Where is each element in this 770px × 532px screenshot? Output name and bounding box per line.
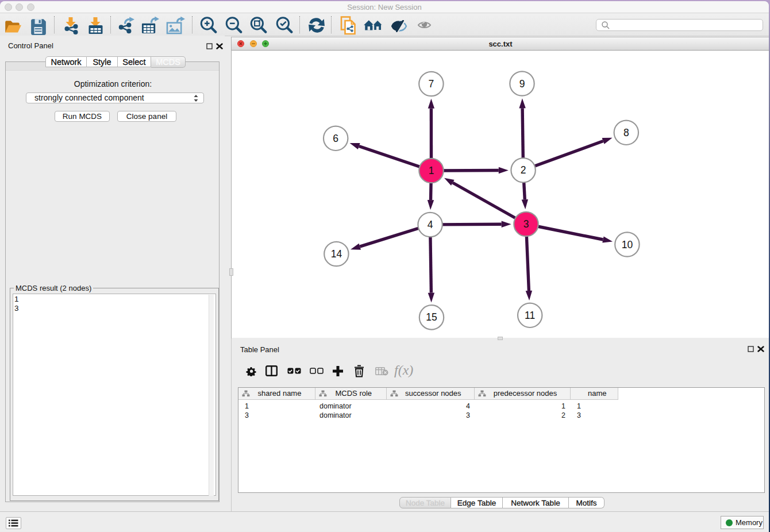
svg-text:7: 7 [429, 78, 434, 90]
svg-text:14: 14 [331, 248, 342, 260]
svg-text:4: 4 [428, 219, 433, 230]
svg-text:9: 9 [519, 78, 525, 90]
svg-text:6: 6 [333, 133, 338, 144]
svg-text:11: 11 [525, 310, 535, 321]
svg-text:1: 1 [429, 165, 434, 176]
svg-text:10: 10 [622, 239, 633, 250]
svg-text:3: 3 [523, 218, 529, 230]
svg-text:2: 2 [521, 164, 526, 176]
svg-text:8: 8 [623, 127, 629, 138]
svg-text:15: 15 [426, 311, 437, 323]
